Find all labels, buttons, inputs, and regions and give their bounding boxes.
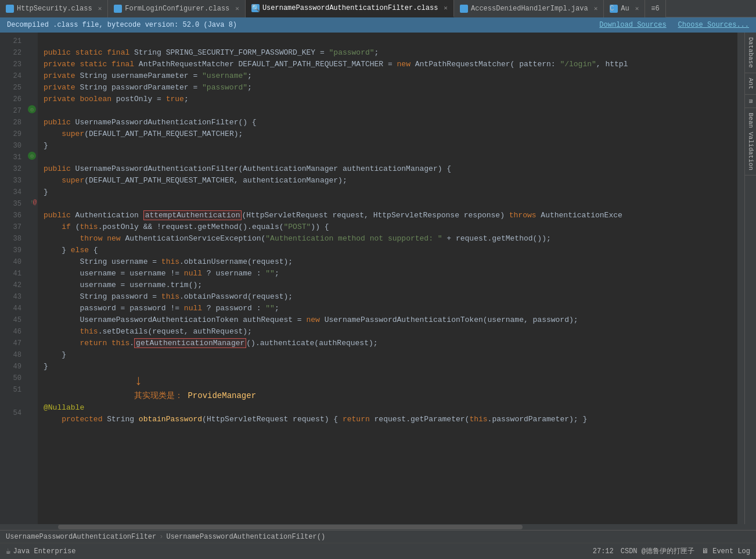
tab-more-label: ≡6 [651, 5, 659, 13]
line-35: public Authentication attemptAuthenticat… [44, 210, 622, 220]
tab-icon: C [610, 5, 618, 13]
watermark: CSDN @德鲁伊的打匣子 [621, 546, 694, 556]
tab-close[interactable]: ✕ [594, 5, 598, 12]
tab-au[interactable]: C Au ✕ [604, 0, 645, 17]
tab-usernamepasswordauthenticationfilter[interactable]: 🔍 UsernamePasswordAuthenticationFilter.c… [246, 0, 454, 17]
line-38: } else { [44, 246, 98, 255]
tab-close[interactable]: ✕ [98, 5, 102, 12]
java-enterprise-label: Java Enterprise [13, 547, 75, 556]
side-panel-ant[interactable]: Ant [745, 73, 756, 95]
tab-more[interactable]: ≡6 [645, 0, 665, 17]
line-39: String username = this.obtainUsername(re… [44, 257, 293, 266]
breadcrumb-separator: › [159, 533, 163, 541]
vertical-scrollbar[interactable] [737, 33, 744, 524]
line-49: ↓ [44, 378, 142, 387]
line-50: @Nullable [44, 403, 84, 412]
tab-label-active: UsernamePasswordAuthenticationFilter.cla… [262, 4, 438, 12]
side-panel-bean-validation[interactable]: Bean Validation [745, 108, 756, 175]
choose-sources-link[interactable]: Choose Sources... [678, 21, 749, 29]
tab-icon [6, 5, 14, 13]
tab-label: AccessDeniedHandlerImpl.java [471, 5, 588, 13]
line-46: return this.getAuthenticationManager().a… [44, 338, 378, 348]
tab-icon [114, 5, 122, 13]
horizontal-scrollbar[interactable] [0, 524, 756, 530]
line-24: private String passwordParameter = "pass… [44, 83, 252, 92]
line-42: String password = this.obtainPassword(re… [44, 292, 293, 301]
line-28: super(DEFAULT_ANT_PATH_REQUEST_MATCHER); [44, 130, 243, 138]
cursor-position: 27:12 [593, 547, 614, 556]
status-left: ☕ Java Enterprise [6, 546, 75, 556]
event-log-icon: 🖥 [701, 547, 708, 556]
side-panel-m[interactable]: m [745, 95, 756, 109]
tab-httpsecurity[interactable]: HttpSecurity.class ✕ [0, 0, 108, 17]
line-36: if (this.postOnly && !request.getMethod(… [44, 223, 329, 231]
line-31: public UsernamePasswordAuthenticationFil… [44, 164, 451, 173]
line-32: super(DEFAULT_ANT_PATH_REQUEST_MATCHER, … [44, 176, 347, 185]
line-25: private boolean postOnly = true; [44, 95, 189, 103]
line-41: username = username.trim(); [44, 281, 202, 289]
line-49b: 其实现类是： ProvideManager [44, 392, 256, 400]
line-47: } [44, 350, 66, 359]
download-sources-link[interactable]: Download Sources [599, 21, 666, 29]
tab-formloginconfigurer[interactable]: FormLoginConfigurer.class ✕ [108, 0, 246, 17]
status-right: 27:12 CSDN @德鲁伊的打匣子 🖥 Event Log [593, 546, 750, 556]
line-51: protected String obtainPassword(HttpServ… [44, 415, 587, 424]
java-icon: ☕ [6, 546, 10, 556]
tab-icon [460, 5, 468, 13]
line-22: private static final AntPathRequestMatch… [44, 60, 628, 69]
tab-label: Au [621, 5, 629, 13]
gutter-icon-31[interactable]: ◎ [28, 152, 36, 160]
event-log-label: Event Log [712, 547, 750, 556]
line-44: UsernamePasswordAuthenticationToken auth… [44, 316, 578, 324]
tab-label: HttpSecurity.class [17, 5, 92, 13]
tab-close-active[interactable]: ✕ [444, 4, 448, 12]
info-bar-text: Decompiled .class file, bytecode version… [7, 21, 237, 29]
side-panel-database[interactable]: Database [745, 33, 756, 73]
code-content: public static final String SPRING_SECURI… [38, 33, 737, 524]
line-33: } [44, 188, 48, 196]
info-bar: Decompiled .class file, bytecode version… [0, 17, 756, 33]
line-45: this.setDetails(request, authRequest); [44, 327, 252, 336]
line-29: } [44, 141, 48, 150]
tab-close[interactable]: ✕ [235, 5, 239, 12]
line-21: public static final String SPRING_SECURI… [44, 48, 379, 57]
line-numbers: 21 22 23 24 25 26 27 28 29 30 31 32 33 3… [0, 33, 26, 524]
tab-icon-active: 🔍 [251, 4, 260, 12]
info-bar-actions: Download Sources Choose Sources... [599, 21, 749, 29]
status-bar: ☕ Java Enterprise 27:12 CSDN @德鲁伊的打匣子 🖥 … [0, 543, 756, 559]
line-43: password = password != null ? password :… [44, 304, 279, 313]
line-23: private String usernameParameter = "user… [44, 71, 252, 80]
line-40: username = username != null ? username :… [44, 269, 279, 278]
gutter-icon-35[interactable]: @ [31, 198, 39, 206]
breadcrumb-bar: UsernamePasswordAuthenticationFilter › U… [0, 530, 756, 543]
tab-accessdeniedhandlerimpl[interactable]: AccessDeniedHandlerImpl.java ✕ [454, 0, 604, 17]
line-27: public UsernamePasswordAuthenticationFil… [44, 118, 257, 127]
gutter: ◎ ◎ ↑ @ @ [26, 33, 38, 524]
breadcrumb-method: UsernamePasswordAuthenticationFilter() [166, 533, 325, 541]
scrollbar-thumb[interactable] [58, 525, 523, 529]
event-log[interactable]: 🖥 Event Log [701, 547, 750, 556]
breadcrumb-class: UsernamePasswordAuthenticationFilter [6, 533, 156, 541]
tab-bar: HttpSecurity.class ✕ FormLoginConfigurer… [0, 0, 756, 17]
line-48: } [44, 362, 48, 371]
tab-close[interactable]: ✕ [635, 5, 639, 12]
line-37: throw new AuthenticationServiceException… [44, 234, 551, 243]
tab-label: FormLoginConfigurer.class [125, 5, 229, 13]
gutter-icon-27[interactable]: ◎ [28, 105, 36, 113]
java-enterprise: ☕ Java Enterprise [6, 546, 75, 556]
